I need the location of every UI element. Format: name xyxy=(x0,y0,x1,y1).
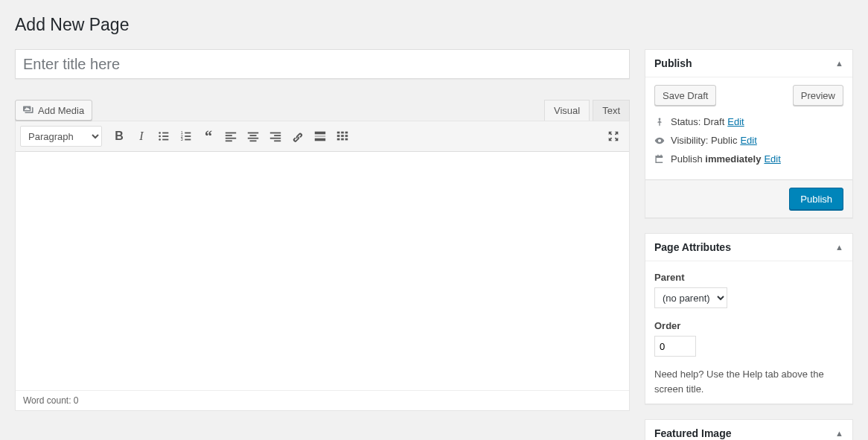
svg-rect-18 xyxy=(248,138,258,139)
svg-rect-25 xyxy=(315,135,325,137)
visibility-line: Visibility: Public Edit xyxy=(654,135,843,146)
svg-rect-32 xyxy=(345,135,348,137)
align-right-button[interactable] xyxy=(264,125,287,147)
svg-rect-19 xyxy=(250,140,257,141)
featured-image-header[interactable]: Featured Image ▲ xyxy=(645,420,852,440)
svg-rect-5 xyxy=(162,139,168,141)
svg-rect-3 xyxy=(162,135,168,137)
editor-canvas[interactable] xyxy=(16,152,629,390)
link-button[interactable] xyxy=(287,125,309,147)
toolbar-toggle-button[interactable] xyxy=(331,125,354,147)
publish-button[interactable]: Publish xyxy=(789,188,843,210)
svg-point-2 xyxy=(159,135,161,138)
align-left-button[interactable] xyxy=(220,125,242,147)
svg-point-4 xyxy=(159,138,161,141)
save-draft-button[interactable]: Save Draft xyxy=(654,85,716,106)
status-edit-link[interactable]: Edit xyxy=(727,116,744,127)
collapse-icon: ▲ xyxy=(835,243,843,252)
tab-text[interactable]: Text xyxy=(593,100,630,121)
fullscreen-button[interactable] xyxy=(602,125,625,147)
media-icon xyxy=(23,104,35,116)
svg-rect-1 xyxy=(162,133,168,134)
add-media-button[interactable]: Add Media xyxy=(15,100,92,121)
svg-rect-13 xyxy=(226,135,232,136)
svg-rect-20 xyxy=(270,133,281,134)
svg-rect-7 xyxy=(185,133,191,134)
svg-rect-22 xyxy=(270,138,281,139)
svg-rect-23 xyxy=(274,140,281,141)
visibility-icon xyxy=(654,135,668,146)
status-value: Draft xyxy=(703,116,724,127)
main-column: Add Media Visual Text Paragraph B I xyxy=(15,49,630,440)
collapse-icon: ▲ xyxy=(835,429,843,438)
visibility-value: Public xyxy=(711,135,737,146)
editor-statusbar: Word count: 0 xyxy=(16,390,629,410)
align-center-button[interactable] xyxy=(242,125,264,147)
svg-rect-17 xyxy=(250,135,257,136)
svg-rect-30 xyxy=(337,135,340,137)
schedule-label: Publish xyxy=(671,153,703,165)
collapse-icon: ▲ xyxy=(835,59,843,68)
parent-select[interactable]: (no parent) xyxy=(654,287,727,308)
status-label: Status: xyxy=(671,116,701,127)
page-attributes-box: Page Attributes ▲ Parent (no parent) Ord… xyxy=(645,233,853,404)
svg-text:3: 3 xyxy=(181,137,183,141)
schedule-value: immediately xyxy=(705,153,761,165)
svg-rect-34 xyxy=(341,138,344,141)
svg-rect-28 xyxy=(341,132,344,134)
svg-point-0 xyxy=(159,132,161,134)
featured-image-title: Featured Image xyxy=(654,427,731,439)
preview-button[interactable]: Preview xyxy=(793,85,843,106)
svg-rect-33 xyxy=(337,138,340,141)
blockquote-button[interactable]: “ xyxy=(197,125,220,147)
title-input[interactable] xyxy=(15,49,630,79)
svg-rect-31 xyxy=(341,135,344,137)
pin-icon xyxy=(654,117,668,127)
publish-box-title: Publish xyxy=(654,57,692,69)
svg-rect-9 xyxy=(185,135,191,137)
publish-box-header[interactable]: Publish ▲ xyxy=(645,50,852,77)
page-attributes-header[interactable]: Page Attributes ▲ xyxy=(645,234,852,261)
svg-rect-12 xyxy=(226,133,236,134)
italic-button[interactable]: I xyxy=(130,125,153,147)
page-attributes-title: Page Attributes xyxy=(654,241,731,253)
bold-button[interactable]: B xyxy=(108,125,130,147)
add-media-label: Add Media xyxy=(38,105,84,116)
featured-image-box: Featured Image ▲ xyxy=(645,419,853,440)
svg-rect-14 xyxy=(226,138,236,139)
visibility-edit-link[interactable]: Edit xyxy=(740,135,756,146)
publish-box: Publish ▲ Save Draft Preview Status: Dra… xyxy=(645,49,853,218)
number-list-button[interactable]: 123 xyxy=(175,125,197,147)
svg-rect-21 xyxy=(274,135,281,136)
svg-rect-11 xyxy=(185,139,191,141)
editor-toolbar: Paragraph B I 123 “ xyxy=(16,121,629,152)
bullet-list-button[interactable] xyxy=(153,125,175,147)
svg-rect-16 xyxy=(248,133,258,134)
editor-box: Paragraph B I 123 “ xyxy=(15,121,630,411)
svg-rect-24 xyxy=(315,132,325,135)
schedule-edit-link[interactable]: Edit xyxy=(764,153,780,165)
editor-tabs: Visual Text xyxy=(541,100,630,121)
svg-rect-26 xyxy=(315,138,325,141)
svg-rect-29 xyxy=(345,132,348,134)
status-line: Status: Draft Edit xyxy=(654,116,843,127)
svg-rect-27 xyxy=(337,132,340,134)
format-select[interactable]: Paragraph xyxy=(20,126,102,147)
help-text: Need help? Use the Help tab above the sc… xyxy=(654,367,843,396)
svg-rect-35 xyxy=(345,138,348,141)
parent-label: Parent xyxy=(654,272,843,283)
tab-visual[interactable]: Visual xyxy=(544,100,590,121)
sidebar-column: Publish ▲ Save Draft Preview Status: Dra… xyxy=(645,49,853,440)
schedule-line: Publish immediately Edit xyxy=(654,153,843,165)
visibility-label: Visibility: xyxy=(671,135,708,146)
word-count: Word count: 0 xyxy=(23,395,78,406)
calendar-icon xyxy=(654,154,668,165)
order-label: Order xyxy=(654,320,843,331)
read-more-button[interactable] xyxy=(309,125,331,147)
svg-rect-15 xyxy=(226,140,232,141)
page-title: Add New Page xyxy=(15,7,853,39)
order-input[interactable] xyxy=(654,336,696,357)
